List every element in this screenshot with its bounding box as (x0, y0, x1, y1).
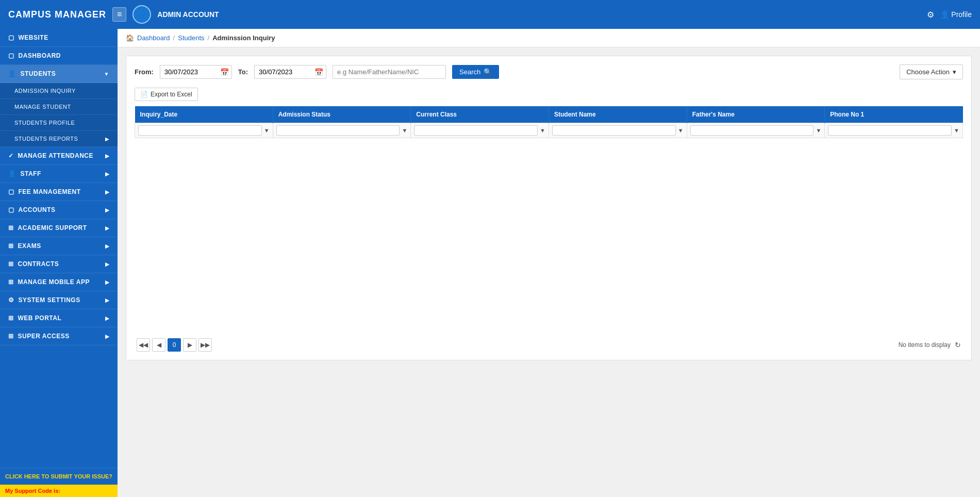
to-date-input[interactable] (254, 65, 326, 79)
col-father-name: Father's Name (687, 106, 825, 123)
account-avatar: 👤 (132, 5, 151, 24)
header-right: ⚙ 👤 Profile (927, 10, 972, 20)
sidebar-item-admission-inquiry[interactable]: ADMISSION INQUIRY (0, 83, 118, 99)
page-content: From: 📅 To: 📅 Search 🔍 (118, 47, 980, 497)
menu-toggle-button[interactable]: ≡ (112, 7, 126, 22)
current-class-filter: ▼ (414, 125, 545, 136)
sidebar-item-students[interactable]: 👤 STUDENTS ▼ (0, 65, 118, 83)
sidebar-item-label: ACADEMIC SUPPORT (18, 224, 87, 231)
breadcrumb-dashboard[interactable]: Dashboard (137, 34, 170, 42)
sidebar-item-manage-mobile-app[interactable]: ⊞ MANAGE MOBILE APP ▶ (0, 273, 118, 291)
sidebar-item-label: SYSTEM SETTINGS (19, 296, 80, 304)
sidebar-item-web-portal[interactable]: ⊞ WEB PORTAL ▶ (0, 309, 118, 327)
choose-action-button[interactable]: Choose Action ▾ (900, 64, 963, 79)
sidebar-item-dashboard[interactable]: ▢ DASHBOARD (0, 47, 118, 65)
sidebar-item-students-profile[interactable]: STUDENTS PROFILE (0, 115, 118, 131)
pagination-prev-button[interactable]: ◀ (152, 338, 165, 352)
chevron-right-icon: ▶ (105, 261, 110, 267)
sidebar-item-exams[interactable]: ⊞ EXAMS ▶ (0, 237, 118, 255)
sidebar-item-students-reports[interactable]: STUDENTS REPORTS ▶ (0, 131, 118, 147)
sidebar-item-label: WEBSITE (19, 34, 48, 41)
student-name-filter: ▼ (552, 125, 684, 136)
refresh-icon[interactable]: ↻ (955, 341, 961, 349)
sidebar-item-label: ACCOUNTS (19, 206, 56, 213)
sidebar-item-accounts[interactable]: ▢ ACCOUNTS ▶ (0, 201, 118, 219)
chevron-right-icon: ▶ (105, 334, 110, 339)
sidebar-item-fee-management[interactable]: ▢ FEE MANAGEMENT ▶ (0, 183, 118, 201)
phone-no1-filter-input[interactable] (828, 125, 952, 136)
sidebar-item-manage-attendance[interactable]: ✓ MANAGE ATTENDANCE ▶ (0, 147, 118, 165)
student-name-filter-input[interactable] (552, 125, 676, 136)
admission-status-filter: ▼ (276, 125, 408, 136)
data-table: Inquiry_Date Admission Status Current Cl… (135, 106, 963, 138)
column-filter-row: ▼ ▼ (135, 123, 963, 138)
staff-icon: 👤 (8, 170, 16, 177)
sidebar-item-staff[interactable]: 👤 STAFF ▶ (0, 165, 118, 183)
breadcrumb-current: Adminssion Inquiry (212, 34, 275, 42)
filter-icon[interactable]: ▼ (678, 127, 684, 134)
sidebar-item-label: STUDENTS REPORTS (14, 136, 78, 142)
export-excel-button[interactable]: 📄 Export to Excel (135, 88, 198, 101)
no-items-label: No items to display (899, 341, 951, 349)
sidebar-item-manage-student[interactable]: MANAGE STUDENT (0, 99, 118, 115)
filter-icon[interactable]: ▼ (954, 127, 959, 134)
exams-icon: ⊞ (8, 242, 14, 250)
accounts-icon: ▢ (8, 206, 14, 213)
breadcrumb-separator: / (173, 34, 175, 42)
sidebar-item-label: MANAGE MOBILE APP (18, 278, 90, 286)
inquiry-date-filter-input[interactable] (138, 125, 262, 136)
pagination-page-0[interactable]: 0 (168, 338, 181, 352)
submit-issue-button[interactable]: CLICK HERE TO SUBMIT YOUR ISSUE? (0, 468, 118, 485)
sidebar-item-label: WEB PORTAL (18, 314, 62, 322)
choose-action-label: Choose Action (906, 68, 950, 76)
super-icon: ⊞ (8, 333, 14, 340)
breadcrumb-students[interactable]: Students (178, 34, 204, 42)
search-button[interactable]: Search 🔍 (452, 65, 499, 79)
phone-no1-filter: ▼ (828, 125, 959, 136)
contracts-icon: ⊞ (8, 260, 14, 268)
pagination-controls: ◀◀ ◀ 0 ▶ ▶▶ (137, 338, 212, 352)
chevron-right-icon: ▶ (105, 207, 110, 213)
search-btn-label: Search (459, 68, 480, 76)
sidebar-item-super-access[interactable]: ⊞ SUPER ACCESS ▶ (0, 327, 118, 345)
breadcrumb: 🏠 Dashboard / Students / Adminssion Inqu… (118, 29, 980, 47)
sidebar-item-website[interactable]: ▢ WEBSITE (0, 29, 118, 47)
sidebar-item-academic-support[interactable]: ⊞ ACADEMIC SUPPORT ▶ (0, 219, 118, 237)
pagination-first-button[interactable]: ◀◀ (137, 338, 150, 352)
chevron-right-icon: ▶ (105, 297, 110, 303)
table-header-row: Inquiry_Date Admission Status Current Cl… (135, 106, 963, 123)
admission-status-filter-input[interactable] (276, 125, 400, 136)
current-class-filter-input[interactable] (414, 125, 538, 136)
inquiry-date-filter: ▼ (138, 125, 270, 136)
export-label: Export to Excel (151, 91, 192, 98)
to-label: To: (238, 68, 248, 76)
col-student-name: Student Name (549, 106, 687, 123)
students-icon: 👤 (8, 70, 16, 77)
filter-icon[interactable]: ▼ (816, 127, 821, 134)
filter-icon[interactable]: ▼ (402, 127, 407, 134)
father-name-filter-input[interactable] (690, 125, 814, 136)
chevron-right-icon: ▶ (105, 153, 110, 159)
pagination-last-button[interactable]: ▶▶ (198, 338, 212, 352)
search-text-input[interactable] (333, 65, 446, 79)
breadcrumb-separator: / (208, 34, 210, 42)
from-date-input[interactable] (160, 65, 232, 79)
main-card: From: 📅 To: 📅 Search 🔍 (126, 56, 972, 360)
sidebar-item-label: SUPER ACCESS (18, 333, 70, 340)
sidebar-item-label: MANAGE STUDENT (14, 104, 71, 110)
settings-icon[interactable]: ⚙ (927, 10, 934, 20)
sidebar-item-system-settings[interactable]: ⚙ SYSTEM SETTINGS ▶ (0, 291, 118, 309)
pagination-next-button[interactable]: ▶ (183, 338, 196, 352)
filter-icon[interactable]: ▼ (264, 127, 270, 134)
settings-icon: ⚙ (8, 296, 14, 304)
filter-icon[interactable]: ▼ (540, 127, 545, 134)
sidebar-item-label: EXAMS (18, 242, 41, 250)
dropdown-arrow-icon: ▾ (953, 68, 956, 76)
profile-link[interactable]: 👤 Profile (940, 10, 972, 19)
sidebar-item-label: ADMISSION INQUIRY (14, 88, 76, 94)
attendance-icon: ✓ (8, 152, 14, 159)
header: CAMPUS MANAGER ≡ 👤 ADMIN ACCOUNT ⚙ 👤 Pro… (0, 0, 980, 29)
from-label: From: (135, 68, 154, 76)
fee-icon: ▢ (8, 188, 14, 195)
sidebar-item-contracts[interactable]: ⊞ CONTRACTS ▶ (0, 255, 118, 273)
